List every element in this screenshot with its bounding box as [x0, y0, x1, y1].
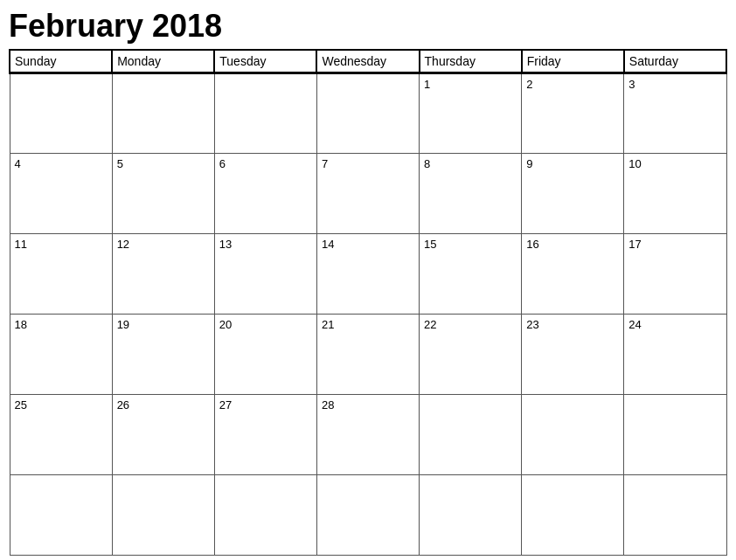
- day-number: 24: [628, 318, 721, 331]
- calendar-cell[interactable]: [10, 474, 112, 555]
- day-number: 6: [219, 157, 312, 170]
- day-number: 26: [117, 398, 210, 411]
- calendar-cell[interactable]: 16: [522, 233, 624, 314]
- calendar-cell[interactable]: 24: [624, 314, 726, 394]
- calendar-cell[interactable]: 26: [112, 394, 214, 474]
- calendar-cell[interactable]: [316, 474, 419, 555]
- calendar-cell[interactable]: 27: [214, 394, 316, 474]
- day-header-thursday: Thursday: [420, 50, 522, 73]
- day-header-saturday: Saturday: [624, 50, 726, 73]
- day-number: 16: [526, 238, 619, 251]
- calendar-cell[interactable]: 8: [420, 153, 522, 233]
- calendar-cell[interactable]: 21: [316, 314, 419, 394]
- calendar-cell[interactable]: 19: [112, 314, 214, 394]
- day-number: 14: [322, 238, 414, 251]
- day-number: 25: [15, 398, 108, 411]
- week-row-6: [10, 474, 726, 555]
- calendar-title: February 2018: [9, 9, 727, 44]
- calendar-cell[interactable]: [214, 73, 316, 153]
- calendar-cell[interactable]: 1: [420, 73, 522, 153]
- day-number: 12: [117, 238, 210, 251]
- calendar-cell[interactable]: [624, 394, 726, 474]
- calendar-cell[interactable]: [112, 474, 214, 555]
- calendar-cell[interactable]: [624, 474, 726, 555]
- day-number: 22: [424, 318, 517, 331]
- calendar-cell[interactable]: [420, 474, 522, 555]
- calendar-cell[interactable]: 7: [316, 153, 419, 233]
- days-header-row: SundayMondayTuesdayWednesdayThursdayFrid…: [10, 50, 726, 73]
- calendar-cell[interactable]: [420, 394, 522, 474]
- calendar-page: February 2018 SundayMondayTuesdayWednesd…: [0, 0, 736, 560]
- calendar-cell[interactable]: 6: [214, 153, 316, 233]
- calendar-cell[interactable]: [214, 474, 316, 555]
- day-header-sunday: Sunday: [10, 50, 112, 73]
- day-number: 18: [15, 318, 108, 331]
- calendar-table: SundayMondayTuesdayWednesdayThursdayFrid…: [9, 49, 727, 556]
- calendar-cell[interactable]: 18: [10, 314, 112, 394]
- day-number: 7: [322, 157, 414, 170]
- calendar-cell[interactable]: 22: [420, 314, 522, 394]
- calendar-cell[interactable]: 10: [624, 153, 726, 233]
- day-number: 13: [219, 238, 312, 251]
- day-number: 27: [219, 398, 312, 411]
- calendar-cell[interactable]: 2: [522, 73, 624, 153]
- day-number: 9: [526, 157, 619, 170]
- day-number: 21: [322, 318, 414, 331]
- calendar-cell[interactable]: 3: [624, 73, 726, 153]
- day-number: 11: [15, 238, 108, 251]
- day-number: 19: [117, 318, 210, 331]
- day-number: 1: [424, 78, 517, 91]
- day-number: 10: [628, 157, 721, 170]
- calendar-cell[interactable]: 12: [112, 233, 214, 314]
- day-number: 2: [526, 78, 619, 91]
- day-number: 3: [628, 78, 721, 91]
- day-number: 15: [424, 238, 517, 251]
- calendar-cell[interactable]: 13: [214, 233, 316, 314]
- week-row-2: 45678910: [10, 153, 726, 233]
- day-number: 5: [117, 157, 210, 170]
- week-row-1: 123: [10, 73, 726, 153]
- week-row-3: 11121314151617: [10, 233, 726, 314]
- calendar-cell[interactable]: [112, 73, 214, 153]
- calendar-cell[interactable]: [522, 474, 624, 555]
- calendar-cell[interactable]: 20: [214, 314, 316, 394]
- day-header-friday: Friday: [522, 50, 624, 73]
- day-number: 8: [424, 157, 517, 170]
- calendar-cell[interactable]: [316, 73, 419, 153]
- calendar-cell[interactable]: 5: [112, 153, 214, 233]
- day-number: 23: [526, 318, 619, 331]
- day-header-wednesday: Wednesday: [316, 50, 419, 73]
- week-row-5: 25262728: [10, 394, 726, 474]
- calendar-cell[interactable]: [522, 394, 624, 474]
- calendar-cell[interactable]: 28: [316, 394, 419, 474]
- calendar-cell[interactable]: 25: [10, 394, 112, 474]
- day-header-tuesday: Tuesday: [214, 50, 316, 73]
- day-number: 20: [219, 318, 312, 331]
- calendar-cell[interactable]: 23: [522, 314, 624, 394]
- day-number: 4: [15, 157, 108, 170]
- day-number: 28: [322, 398, 414, 411]
- calendar-cell[interactable]: 11: [10, 233, 112, 314]
- calendar-cell[interactable]: 4: [10, 153, 112, 233]
- calendar-cell[interactable]: 14: [316, 233, 419, 314]
- calendar-cell[interactable]: 17: [624, 233, 726, 314]
- calendar-cell[interactable]: 9: [522, 153, 624, 233]
- calendar-cell[interactable]: 15: [420, 233, 522, 314]
- day-header-monday: Monday: [112, 50, 214, 73]
- day-number: 17: [628, 238, 721, 251]
- calendar-cell[interactable]: [10, 73, 112, 153]
- week-row-4: 18192021222324: [10, 314, 726, 394]
